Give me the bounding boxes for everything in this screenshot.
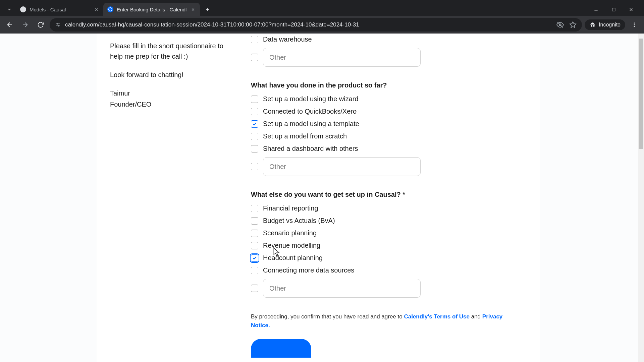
option-quickbooks[interactable]: Connected to QuickBooks/Xero	[251, 108, 514, 115]
option-other	[251, 157, 514, 176]
signature-name: Taimur	[110, 88, 237, 99]
svg-point-19	[634, 22, 635, 23]
close-window-button[interactable]	[623, 3, 639, 15]
incognito-icon	[589, 21, 596, 28]
checkbox[interactable]	[251, 36, 258, 43]
browser-toolbar: calendly.com/causal-hq/causal-consultati…	[0, 16, 644, 34]
checkbox[interactable]	[251, 120, 258, 128]
maximize-button[interactable]	[605, 3, 622, 15]
option-label: Connecting more data sources	[263, 266, 354, 274]
page-viewport: Please fill in the short questionnaire t…	[0, 34, 644, 362]
tab-strip: Models - Causal Enter Booking Details - …	[0, 0, 644, 16]
checkbox[interactable]	[251, 163, 258, 170]
question-label: What have you done in the product so far…	[251, 81, 514, 89]
option-label: Set up a model using a template	[263, 120, 359, 128]
signature-role: Founder/CEO	[110, 99, 237, 110]
option-label: Connected to QuickBooks/Xero	[263, 108, 357, 115]
option-shared-dashboard[interactable]: Shared a dashboard with others	[251, 145, 514, 153]
url-text: calendly.com/causal-hq/causal-consultati…	[65, 21, 552, 28]
browser-menu-button[interactable]	[628, 18, 641, 31]
checkbox[interactable]	[251, 230, 258, 237]
terms-link[interactable]: Calendly's Terms of Use	[404, 313, 470, 320]
back-button[interactable]	[3, 18, 16, 31]
window-controls	[588, 3, 641, 15]
question-done-so-far: What have you done in the product so far…	[251, 81, 514, 176]
option-more-sources[interactable]: Connecting more data sources	[251, 266, 514, 274]
option-label: Set up a model using the wizard	[263, 95, 359, 103]
checkbox[interactable]	[251, 145, 258, 153]
minimize-button[interactable]	[588, 3, 604, 15]
option-scenario[interactable]: Scenario planning	[251, 229, 514, 237]
eye-blocked-icon[interactable]	[556, 21, 564, 28]
site-settings-icon[interactable]	[55, 22, 61, 28]
new-tab-button[interactable]	[202, 4, 213, 15]
vertical-scrollbar[interactable]	[638, 34, 644, 362]
checkbox[interactable]	[251, 217, 258, 225]
tab-title: Models - Causal	[30, 7, 90, 12]
option-label: Data warehouse	[263, 36, 312, 43]
svg-point-14	[57, 23, 58, 24]
option-label: Set up a model from scratch	[263, 132, 347, 140]
checkbox[interactable]	[251, 254, 258, 262]
checkbox[interactable]	[251, 205, 258, 212]
other-input[interactable]	[263, 157, 421, 176]
option-label: Financial reporting	[263, 204, 318, 212]
option-label: Shared a dashboard with others	[263, 145, 358, 153]
checkbox[interactable]	[251, 242, 258, 249]
option-label: Headcount planning	[263, 254, 323, 262]
option-wizard[interactable]: Set up a model using the wizard	[251, 95, 514, 103]
tab-title: Enter Booking Details - Calendl	[117, 7, 186, 12]
tab-calendly[interactable]: Enter Booking Details - Calendl	[103, 3, 200, 16]
consent-prefix: By proceeding, you confirm that you have…	[251, 313, 404, 320]
other-input[interactable]	[263, 48, 421, 67]
close-icon[interactable]	[190, 6, 196, 12]
checkbox[interactable]	[251, 108, 258, 115]
incognito-indicator[interactable]: Incognito	[585, 19, 625, 30]
svg-point-20	[634, 24, 635, 25]
scrollbar-thumb[interactable]	[639, 39, 643, 149]
consent-text: By proceeding, you confirm that you have…	[251, 312, 514, 330]
event-description: Please fill in the short questionnaire t…	[97, 34, 251, 358]
tab-search-dropdown[interactable]	[3, 3, 16, 15]
option-headcount[interactable]: Headcount planning	[251, 254, 514, 262]
favicon-calendly	[107, 6, 113, 12]
bookmark-icon[interactable]	[569, 21, 577, 28]
option-label: Revenue modelling	[263, 242, 320, 249]
close-icon[interactable]	[93, 6, 99, 12]
intro-paragraph-2: Look forward to chatting!	[110, 70, 237, 80]
consent-and: and	[470, 313, 482, 320]
reload-button[interactable]	[34, 18, 47, 31]
checkbox[interactable]	[251, 54, 258, 61]
schedule-event-button[interactable]	[251, 339, 311, 358]
option-label: Scenario planning	[263, 229, 317, 237]
svg-marker-18	[570, 22, 576, 27]
forward-button[interactable]	[19, 18, 32, 31]
address-bar[interactable]: calendly.com/causal-hq/causal-consultati…	[50, 18, 582, 32]
browser-chrome: Models - Causal Enter Booking Details - …	[0, 0, 644, 34]
other-input[interactable]	[263, 279, 421, 298]
option-other	[251, 279, 514, 298]
intro-paragraph-1: Please fill in the short questionnaire t…	[110, 41, 237, 62]
option-scratch[interactable]: Set up a model from scratch	[251, 132, 514, 140]
svg-point-15	[58, 25, 59, 26]
tab-models-causal[interactable]: Models - Causal	[16, 3, 103, 16]
option-label: Budget vs Actuals (BvA)	[263, 217, 335, 225]
option-data-warehouse[interactable]: Data warehouse	[251, 36, 514, 43]
calendly-card: Please fill in the short questionnaire t…	[97, 34, 540, 362]
option-financial-reporting[interactable]: Financial reporting	[251, 204, 514, 212]
option-bva[interactable]: Budget vs Actuals (BvA)	[251, 217, 514, 225]
question-label: What else do you want to get set up in C…	[251, 191, 514, 198]
checkbox[interactable]	[251, 96, 258, 103]
option-other	[251, 48, 514, 67]
checkbox[interactable]	[251, 133, 258, 140]
svg-rect-7	[612, 8, 615, 11]
favicon-causal	[20, 6, 26, 12]
incognito-label: Incognito	[599, 22, 621, 28]
option-revenue[interactable]: Revenue modelling	[251, 242, 514, 249]
checkbox[interactable]	[251, 285, 258, 292]
question-data-sources-tail: Data warehouse	[251, 36, 514, 67]
checkbox[interactable]	[251, 267, 258, 274]
svg-point-21	[634, 26, 635, 27]
form-column: Data warehouse What have you done in the…	[251, 34, 540, 358]
option-template[interactable]: Set up a model using a template	[251, 120, 514, 128]
